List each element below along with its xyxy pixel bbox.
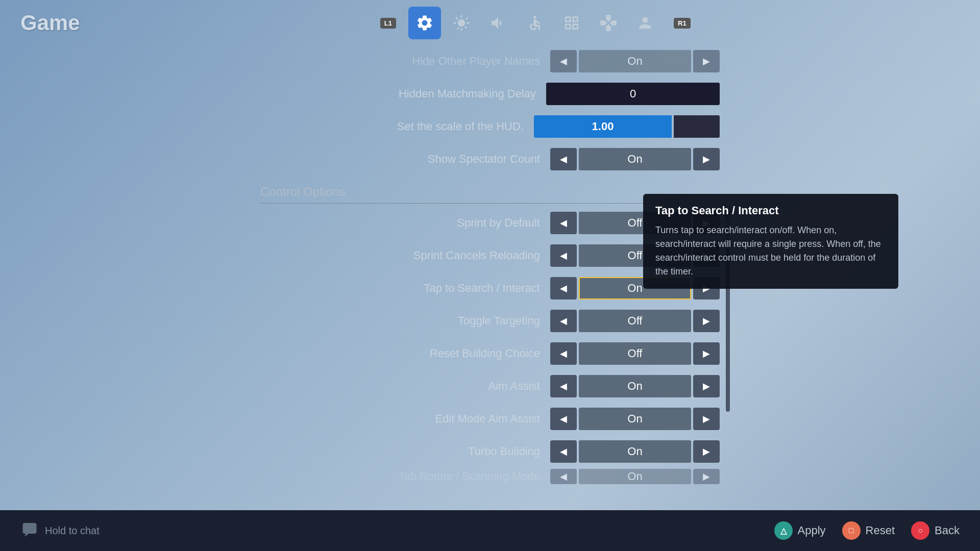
chat-text: Hold to chat	[45, 525, 100, 537]
page-container: Game L1	[0, 0, 980, 551]
row-aim-assist: Aim Assist ◀ On ▶	[260, 371, 720, 402]
nav-accessibility[interactable]	[519, 7, 551, 39]
back-button-icon: ○	[911, 521, 929, 540]
row-aim-assist-value: On	[579, 375, 691, 397]
row-tab-rotate-label: Tab Rotate / Scanning Mode	[260, 470, 550, 483]
row-turbo-building: Turbo Building ◀ On ▶	[260, 436, 720, 467]
row-hidden-matchmaking-control: 0	[546, 83, 720, 105]
row-toggle-targeting-value: Off	[579, 310, 691, 332]
reset-button-icon: □	[842, 521, 861, 540]
row-spectator-count: Show Spectator Count ◀ On ▶	[260, 144, 720, 174]
row-toggle-targeting-label: Toggle Targeting	[260, 314, 550, 328]
chat-icon	[20, 520, 39, 542]
row-hidden-matchmaking-value: 0	[546, 83, 720, 105]
row-aim-assist-control: ◀ On ▶	[550, 375, 720, 397]
row-reset-building-value: Off	[579, 342, 691, 365]
bottom-bar: Hold to chat △ Apply □ Reset ○ Back	[0, 510, 980, 551]
top-bar: Game L1	[0, 0, 980, 46]
row-spectator-count-label: Show Spectator Count	[260, 153, 550, 166]
row-turbo-building-right[interactable]: ▶	[693, 440, 720, 463]
row-reset-building: Reset Building Choice ◀ Off ▶	[260, 338, 720, 369]
row-edit-aim-assist-control: ◀ On ▶	[550, 408, 720, 430]
nav-icons: L1	[372, 7, 698, 39]
reset-label: Reset	[866, 524, 895, 537]
row-aim-assist-right[interactable]: ▶	[693, 375, 720, 397]
reset-action[interactable]: □ Reset	[842, 521, 895, 540]
row-tab-rotate-control: ◀ On ▶	[550, 469, 720, 484]
back-label: Back	[935, 524, 960, 537]
row-tab-rotate-value: On	[579, 469, 691, 484]
row-sprint-cancels-left[interactable]: ◀	[550, 244, 577, 267]
row-tab-rotate-left[interactable]: ◀	[550, 469, 577, 484]
row-toggle-targeting-left[interactable]: ◀	[550, 310, 577, 332]
row-sprint-cancels-label: Sprint Cancels Reloading	[260, 249, 550, 262]
row-hidden-matchmaking-label: Hidden Matchmaking Delay	[260, 87, 546, 101]
row-tap-to-search-left[interactable]: ◀	[550, 277, 577, 299]
tooltip: Tap to Search / Interact Turns tap to se…	[643, 194, 898, 289]
tooltip-text: Turns tap to search/interact on/off. Whe…	[655, 223, 886, 279]
row-turbo-building-value: On	[579, 440, 691, 463]
row-aim-assist-label: Aim Assist	[260, 380, 550, 393]
partial-row-value: On	[579, 50, 691, 72]
row-hud-scale-dark	[674, 115, 720, 138]
partial-row-right-btn[interactable]: ▶	[693, 50, 720, 72]
row-spectator-count-right-btn[interactable]: ▶	[693, 148, 720, 170]
nav-account[interactable]	[629, 7, 662, 39]
row-reset-building-right[interactable]: ▶	[693, 342, 720, 365]
apply-action[interactable]: △ Apply	[774, 521, 826, 540]
tooltip-title: Tap to Search / Interact	[655, 204, 886, 217]
row-hud-scale-control: 1.00	[534, 115, 720, 138]
row-edit-aim-assist-right[interactable]: ▶	[693, 408, 720, 430]
nav-controller[interactable]	[592, 7, 625, 39]
row-reset-building-left[interactable]: ◀	[550, 342, 577, 365]
row-hud-scale: Set the scale of the HUD. 1.00	[260, 111, 720, 142]
apply-button-icon: △	[774, 521, 793, 540]
row-hud-scale-blue: 1.00	[534, 115, 672, 138]
page-title: Game	[20, 11, 80, 35]
nav-layout[interactable]	[555, 7, 588, 39]
row-tab-rotate: Tab Rotate / Scanning Mode ◀ On ▶	[260, 469, 720, 484]
nav-r1[interactable]: R1	[666, 7, 698, 39]
row-sprint-by-default-left[interactable]: ◀	[550, 212, 577, 234]
row-aim-assist-left[interactable]: ◀	[550, 375, 577, 397]
row-tab-rotate-right[interactable]: ▶	[693, 469, 720, 484]
row-spectator-count-control: ◀ On ▶	[550, 148, 720, 170]
row-sprint-by-default-label: Sprint by Default	[260, 216, 550, 230]
row-toggle-targeting-right[interactable]: ▶	[693, 310, 720, 332]
apply-label: Apply	[798, 524, 826, 537]
row-turbo-building-left[interactable]: ◀	[550, 440, 577, 463]
partial-row: Hide Other Player Names ◀ On ▶	[260, 46, 720, 77]
nav-audio[interactable]	[482, 7, 514, 39]
partial-row-left-btn[interactable]: ◀	[550, 50, 577, 72]
back-action[interactable]: ○ Back	[911, 521, 960, 540]
nav-display[interactable]	[445, 7, 478, 39]
row-edit-aim-assist-left[interactable]: ◀	[550, 408, 577, 430]
row-spectator-count-left-btn[interactable]: ◀	[550, 148, 577, 170]
partial-row-label: Hide Other Player Names	[260, 55, 550, 68]
row-reset-building-control: ◀ Off ▶	[550, 342, 720, 365]
row-edit-aim-assist: Edit Mode Aim Assist ◀ On ▶	[260, 404, 720, 434]
svg-point-0	[534, 16, 537, 19]
partial-row-control: ◀ On ▶	[550, 50, 720, 72]
row-spectator-count-value: On	[579, 148, 691, 170]
row-toggle-targeting: Toggle Targeting ◀ Off ▶	[260, 306, 720, 336]
row-reset-building-label: Reset Building Choice	[260, 347, 550, 360]
nav-l1[interactable]: L1	[372, 7, 404, 39]
row-toggle-targeting-control: ◀ Off ▶	[550, 310, 720, 332]
row-edit-aim-assist-label: Edit Mode Aim Assist	[260, 412, 550, 425]
nav-settings[interactable]	[408, 7, 441, 39]
row-hidden-matchmaking: Hidden Matchmaking Delay 0	[260, 79, 720, 109]
row-edit-aim-assist-value: On	[579, 408, 691, 430]
bottom-actions: △ Apply □ Reset ○ Back	[774, 521, 960, 540]
chat-area: Hold to chat	[20, 520, 100, 542]
row-turbo-building-label: Turbo Building	[260, 445, 550, 458]
row-turbo-building-control: ◀ On ▶	[550, 440, 720, 463]
row-tap-to-search-label: Tap to Search / Interact	[260, 282, 550, 295]
row-hud-scale-label: Set the scale of the HUD.	[260, 120, 534, 133]
